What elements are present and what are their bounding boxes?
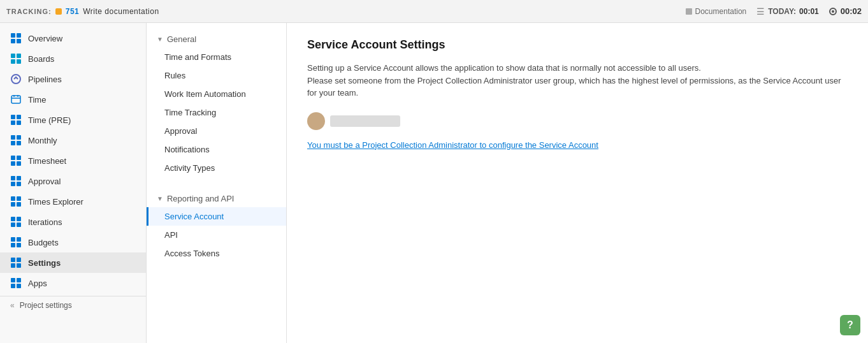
svg-rect-44 — [11, 284, 15, 288]
today-section: ☰ TODAY: 00:01 — [756, 6, 819, 17]
svg-rect-0 — [11, 33, 15, 38]
svg-rect-38 — [11, 258, 15, 262]
sidebar-item-label: Settings — [28, 258, 61, 268]
monthly-icon — [10, 135, 22, 146]
nav-item-time-tracking[interactable]: Time Tracking — [147, 103, 286, 122]
svg-rect-14 — [11, 135, 15, 140]
nav-item-label: Access Tokens — [164, 249, 219, 258]
nav-item-label: Work Item Automation — [164, 89, 246, 99]
svg-rect-37 — [17, 243, 21, 247]
desc-line1: Setting up a Service Account allows the … — [307, 62, 848, 75]
sidebar-item-label: Iterations — [28, 217, 62, 227]
svg-rect-6 — [11, 59, 15, 64]
svg-rect-39 — [17, 258, 21, 262]
topbar: TRACKING: 751 Write documentation Docume… — [0, 0, 868, 23]
sidebar-item-time-pre[interactable]: Time (PRE) — [0, 110, 146, 130]
section-reporting-label: Reporting and API — [167, 194, 235, 203]
svg-rect-23 — [17, 176, 21, 180]
configure-link[interactable]: You must be a Project Collection Adminis… — [307, 140, 598, 150]
tracking-dot — [55, 8, 62, 15]
sidebar-item-label: Approval — [28, 177, 61, 186]
nav-item-label: Time Tracking — [164, 108, 216, 117]
sidebar-item-label: Apps — [28, 279, 47, 288]
tracking-count: 751 — [66, 7, 80, 16]
sidebar-item-label: Time — [28, 95, 46, 105]
sidebar-item-overview[interactable]: Overview — [0, 28, 146, 48]
middle-nav: ▼ General Time and Formats Rules Work It… — [147, 23, 287, 343]
apps-icon — [10, 277, 22, 289]
svg-rect-45 — [17, 284, 21, 288]
section-reporting-header[interactable]: ▼ Reporting and API — [147, 187, 286, 207]
nav-item-label: Time and Formats — [164, 52, 231, 62]
svg-rect-7 — [17, 59, 21, 64]
pipelines-icon — [10, 73, 22, 85]
svg-point-8 — [11, 75, 20, 84]
section-general-label: General — [167, 34, 196, 44]
chevron-left-icon: « — [10, 301, 15, 310]
svg-rect-42 — [11, 278, 15, 282]
nav-item-access-tokens[interactable]: Access Tokens — [147, 244, 286, 263]
sidebar-item-label: Time (PRE) — [28, 115, 71, 125]
svg-rect-28 — [11, 202, 15, 207]
nav-item-activity-types[interactable]: Activity Types — [147, 159, 286, 177]
nav-item-label: Notifications — [164, 145, 210, 154]
project-settings-label: Project settings — [20, 301, 72, 310]
svg-rect-22 — [11, 176, 15, 180]
content-area: Service Account Settings Setting up a Se… — [287, 23, 868, 343]
sidebar-item-apps[interactable]: Apps — [0, 273, 146, 293]
doc-label: Documentation — [695, 7, 747, 16]
list-icon: ☰ — [756, 6, 765, 17]
sidebar-item-label: Pipelines — [28, 75, 62, 84]
help-button[interactable]: ? — [840, 315, 860, 335]
timer-section[interactable]: 00:02 — [829, 6, 862, 16]
nav-item-work-item-automation[interactable]: Work Item Automation — [147, 85, 286, 103]
timer-time: 00:02 — [841, 6, 862, 16]
nav-item-rules[interactable]: Rules — [147, 66, 286, 85]
desc-line2: Please set someone from the Project Coll… — [307, 75, 848, 99]
nav-item-service-account[interactable]: Service Account — [147, 207, 286, 226]
svg-rect-10 — [11, 115, 15, 119]
avatar — [307, 112, 325, 130]
project-settings-footer[interactable]: « Project settings — [0, 296, 146, 314]
sidebar-item-budgets[interactable]: Budgets — [0, 232, 146, 252]
nav-item-approval[interactable]: Approval — [147, 122, 286, 140]
svg-rect-3 — [17, 39, 21, 43]
tracking-text: Write documentation — [83, 7, 159, 16]
sidebar-item-timesheet[interactable]: Timesheet — [0, 150, 146, 171]
boards-icon — [10, 53, 22, 64]
nav-item-api[interactable]: API — [147, 226, 286, 244]
svg-rect-15 — [17, 135, 21, 140]
left-sidebar: Overview Boards Pipelines Time Time (PRE — [0, 23, 147, 343]
documentation-section[interactable]: Documentation — [686, 7, 747, 16]
sidebar-item-label: Monthly — [28, 136, 57, 145]
sidebar-item-settings[interactable]: Settings — [0, 252, 146, 273]
svg-rect-24 — [11, 182, 15, 186]
sidebar-item-times-explorer[interactable]: Times Explorer — [0, 191, 146, 212]
sidebar-item-label: Timesheet — [28, 156, 66, 166]
overview-icon — [10, 33, 22, 44]
sidebar-item-time[interactable]: Time — [0, 89, 146, 110]
svg-rect-30 — [11, 217, 15, 221]
nav-item-time-formats[interactable]: Time and Formats — [147, 48, 286, 66]
sidebar-item-iterations[interactable]: Iterations — [0, 212, 146, 232]
content-description: Setting up a Service Account allows the … — [307, 62, 848, 99]
nav-item-notifications[interactable]: Notifications — [147, 140, 286, 159]
main-layout: Overview Boards Pipelines Time Time (PRE — [0, 23, 868, 343]
sidebar-item-monthly[interactable]: Monthly — [0, 130, 146, 150]
nav-item-label: API — [164, 230, 178, 240]
iterations-icon — [10, 216, 22, 228]
sidebar-item-boards[interactable]: Boards — [0, 48, 146, 69]
section-general-header[interactable]: ▼ General — [147, 28, 286, 48]
sidebar-item-pipelines[interactable]: Pipelines — [0, 69, 146, 89]
svg-rect-17 — [17, 141, 21, 145]
timer-icon — [829, 8, 837, 15]
sidebar-item-approval[interactable]: Approval — [0, 171, 146, 191]
chevron-down-icon: ▼ — [157, 36, 163, 43]
tracking-label: TRACKING: — [6, 8, 52, 15]
today-time: 00:01 — [799, 7, 819, 16]
svg-rect-16 — [11, 141, 15, 145]
sidebar-item-label: Overview — [28, 34, 62, 43]
sidebar-item-label: Times Explorer — [28, 197, 83, 207]
tracking-info: TRACKING: 751 Write documentation — [6, 7, 159, 16]
svg-rect-21 — [17, 161, 21, 166]
